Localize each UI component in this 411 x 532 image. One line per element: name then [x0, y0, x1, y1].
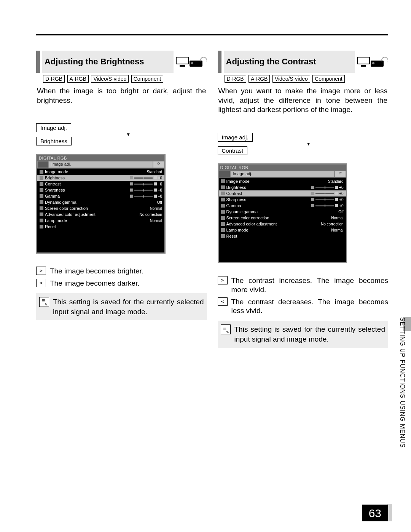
osd-row-icon — [40, 212, 43, 216]
key-gt: > — [218, 276, 228, 284]
input-tags: D-RGB A-RGB Video/S-video Component — [36, 75, 207, 83]
section-icons — [357, 57, 388, 67]
osd-tab-blank — [37, 161, 49, 168]
osd-row-icon — [40, 182, 43, 186]
osd-row-label: Contrast — [226, 191, 242, 196]
osd-row-label: Reset — [226, 234, 237, 238]
page-number: 63 — [362, 505, 388, 521]
osd-tab: Image adj. — [49, 161, 153, 168]
osd-row: Gamma+0 — [37, 193, 164, 199]
key-lt: < — [36, 279, 46, 287]
osd-row-label: Brightness — [226, 185, 246, 190]
right-column: Adjusting the Contrast D-RGB A-RGB Video… — [218, 51, 389, 348]
osd-row-label: Gamma — [45, 194, 60, 198]
key-lt: < — [218, 297, 228, 306]
monitor-icon — [357, 57, 370, 67]
osd-row-label: Dynamic gamma — [45, 200, 76, 204]
osd-row-label: Dynamic gamma — [226, 209, 258, 214]
effect-gt-right: The contrast increases. The image become… — [231, 276, 389, 294]
section-icons — [176, 57, 207, 67]
key-gt: > — [36, 267, 46, 275]
osd-row: Brightness+0 — [37, 175, 164, 181]
osd-row-label: Contrast — [45, 182, 61, 186]
osd-help-icon: ⟳ — [153, 161, 164, 168]
body-text-left: When the image is too bright or dark, ad… — [36, 86, 207, 105]
osd-help-icon: ⟳ — [335, 171, 346, 177]
osd-row: Contrast+0 — [219, 190, 346, 197]
osd-row: Screen color correctionNormal — [219, 215, 346, 221]
osd-row-icon — [221, 222, 225, 226]
osd-row-icon — [221, 185, 225, 189]
note-left: This setting is saved for the currently … — [36, 293, 207, 320]
osd-row-label: Screen color correction — [226, 216, 269, 220]
tag-video: Video/S-video — [272, 75, 310, 83]
osd-row-label: Sharpness — [45, 188, 65, 192]
note-icon — [39, 297, 49, 307]
osd-row-icon — [221, 204, 225, 208]
tag-argb: A-RGB — [249, 75, 270, 83]
osd-row-icon — [221, 210, 225, 214]
osd-row-label: Sharpness — [226, 197, 247, 202]
osd-row: Sharpness+0 — [219, 197, 346, 203]
tag-drgb: D-RGB — [43, 75, 65, 83]
osd-row: Image modeStandard — [219, 178, 346, 184]
tag-argb: A-RGB — [67, 75, 89, 83]
osd-header: DIGITAL RGB — [219, 165, 346, 171]
crumb-1: Image adj. — [36, 123, 71, 132]
osd-row-icon — [40, 170, 43, 174]
osd-row-label: Brightness — [45, 176, 65, 180]
osd-row-icon — [40, 188, 43, 192]
note-text-left: This setting is saved for the currently … — [53, 297, 204, 316]
osd-tab-blank — [219, 171, 230, 177]
menu-path: Image adj. ▼ Contrast — [218, 133, 389, 155]
osd-row: Image modeStandard — [37, 169, 164, 175]
osd-row-icon — [40, 176, 43, 180]
section-bar — [36, 51, 40, 73]
crumb-arrow: ▼ — [50, 132, 207, 137]
osd-row-label: Lamp mode — [226, 228, 249, 232]
osd-row: Reset — [219, 233, 346, 239]
section-title-right: Adjusting the Contrast — [224, 51, 355, 73]
top-rule — [36, 34, 388, 35]
osd-row-label: Screen color correction — [45, 206, 88, 211]
crumb-2: Contrast — [218, 146, 248, 155]
left-column: Adjusting the Brightness D-RGB A-RGB Vid… — [36, 51, 207, 348]
osd-row-label: Advanced color adjustment — [45, 212, 96, 217]
osd-row-label: Lamp mode — [45, 218, 67, 223]
osd-row-icon — [221, 216, 225, 220]
osd-row: Advanced color adjustmentNo correction — [219, 221, 346, 227]
osd-row: Lamp modeNormal — [37, 217, 164, 224]
osd-row: Gamma+0 — [219, 203, 346, 209]
tag-video: Video/S-video — [91, 75, 129, 83]
osd-row: Screen color correctionNormal — [37, 205, 164, 211]
body-text-right: When you want to make the image more or … — [218, 86, 389, 115]
monitor-icon — [176, 57, 189, 67]
note-right: This setting is saved for the currently … — [218, 321, 389, 348]
crumb-arrow: ▼ — [229, 142, 389, 146]
tag-drgb: D-RGB — [225, 75, 246, 83]
tag-component: Component — [312, 75, 344, 83]
osd-row: Dynamic gammaOff — [37, 199, 164, 205]
osd-row-label: Advanced color adjustment — [226, 222, 277, 226]
effect-lt-left: The image becomes darker. — [50, 279, 207, 288]
osd-row: Advanced color adjustmentNo correction — [37, 211, 164, 217]
osd-row-label: Gamma — [226, 203, 241, 208]
osd-row-icon — [221, 198, 225, 201]
osd-row-icon — [40, 200, 43, 204]
osd-tab: Image adj. — [230, 171, 335, 177]
osd-row-icon — [40, 219, 43, 222]
osd-row: Contrast+0 — [37, 181, 164, 187]
osd-row: Dynamic gammaOff — [219, 209, 346, 215]
side-label: SETTING UP FUNCTIONS USING MENUS — [399, 317, 406, 448]
osd-menu-left: DIGITAL RGBImage adj.⟳Image modeStandard… — [36, 154, 166, 254]
input-tags: D-RGB A-RGB Video/S-video Component — [218, 75, 389, 83]
section-title-left: Adjusting the Brightness — [42, 51, 174, 73]
osd-blank — [37, 230, 164, 252]
osd-row-icon — [221, 192, 225, 195]
osd-row: Sharpness+0 — [37, 187, 164, 193]
osd-row-icon — [221, 234, 225, 238]
osd-row-icon — [40, 225, 43, 228]
osd-row: Reset — [37, 224, 164, 230]
effect-lt-right: The contrast decreases. The image become… — [231, 297, 389, 316]
osd-row-label: Image mode — [226, 179, 250, 184]
